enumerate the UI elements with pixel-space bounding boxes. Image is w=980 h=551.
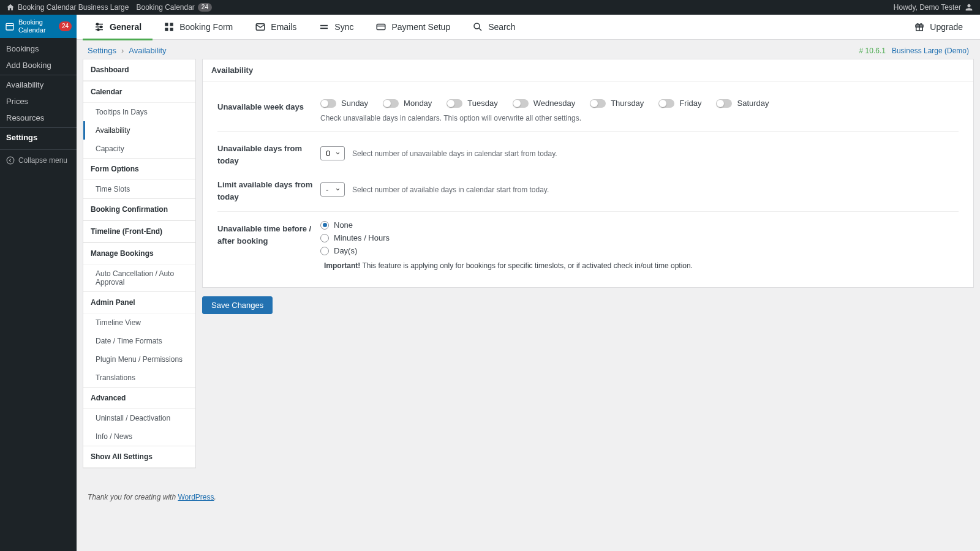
- site-link[interactable]: Booking Calendar Business Large: [6, 3, 129, 12]
- tab-booking-form[interactable]: Booking Form: [153, 15, 244, 40]
- toggle-wednesday[interactable]: Wednesday: [513, 99, 575, 108]
- collapse-icon: [6, 156, 15, 165]
- tab-payment[interactable]: Payment Setup: [364, 15, 461, 40]
- unavail-days-select[interactable]: 0: [320, 146, 345, 160]
- svg-point-7: [100, 26, 102, 28]
- svg-rect-11: [165, 28, 168, 31]
- tab-upgrade[interactable]: Upgrade: [903, 15, 974, 40]
- breadcrumb: Settings › Availability: [88, 46, 167, 55]
- plugin-name: Booking Calendar: [136, 3, 194, 12]
- nav-info-news[interactable]: Info / News: [83, 427, 195, 446]
- nav-booking-confirm[interactable]: Booking Confirmation: [83, 199, 195, 220]
- sidebar-item-availability[interactable]: Availability: [0, 77, 77, 93]
- collapse-menu[interactable]: Collapse menu: [0, 151, 77, 170]
- nav-availability[interactable]: Availability: [83, 121, 195, 140]
- sidebar-item-prices[interactable]: Prices: [0, 93, 77, 110]
- tab-sync[interactable]: Sync: [307, 15, 364, 40]
- toggle-sunday[interactable]: Sunday: [320, 99, 368, 108]
- svg-point-18: [474, 23, 480, 29]
- nav-date-formats[interactable]: Date / Time Formats: [83, 332, 195, 350]
- calendar-icon: [5, 21, 15, 31]
- sidebar-item-add-booking[interactable]: Add Booking: [0, 57, 77, 73]
- radio-minutes[interactable]: Minutes / Hours: [320, 233, 959, 242]
- svg-rect-9: [165, 23, 168, 26]
- limit-days-label: Limit available days from today: [217, 176, 320, 203]
- svg-point-2: [7, 157, 14, 165]
- search-icon: [472, 21, 483, 32]
- tab-general[interactable]: General: [83, 15, 153, 40]
- nav-show-all[interactable]: Show All Settings: [83, 446, 195, 468]
- breadcrumb-row: Settings › Availability # 10.6.1 Busines…: [77, 40, 980, 59]
- version-plan[interactable]: Business Large (Demo): [892, 47, 969, 55]
- nav-time-slots[interactable]: Time Slots: [83, 180, 195, 198]
- plugin-badge: 24: [198, 3, 212, 12]
- radio-none[interactable]: None: [320, 220, 959, 230]
- nav-auto-cancel[interactable]: Auto Cancellation / Auto Approval: [83, 264, 195, 291]
- tab-label: Emails: [271, 22, 296, 32]
- tabs-bar: General Booking Form Emails Sync Payment…: [77, 15, 980, 40]
- svg-rect-16: [377, 24, 386, 30]
- payment-icon: [375, 21, 386, 32]
- nav-admin-panel[interactable]: Admin Panel: [83, 292, 195, 313]
- radio-days[interactable]: Day(s): [320, 246, 959, 255]
- panel-title: Availability: [203, 59, 973, 81]
- tab-label: Upgrade: [930, 22, 963, 32]
- nav-calendar[interactable]: Calendar: [83, 81, 195, 103]
- form-icon: [164, 21, 175, 32]
- toggle-thursday[interactable]: Thursday: [590, 99, 644, 108]
- weekdays-label: Unavailable week days: [217, 99, 320, 113]
- plugin-link[interactable]: Booking Calendar 24: [136, 3, 212, 12]
- time-before-label: Unavailable time before / after booking: [217, 220, 320, 247]
- important-note: Important! This feature is applying only…: [320, 261, 959, 270]
- nav-uninstall[interactable]: Uninstall / Deactivation: [83, 409, 195, 427]
- nav-plugin-menu[interactable]: Plugin Menu / Permissions: [83, 350, 195, 369]
- toggle-saturday[interactable]: Saturday: [716, 99, 769, 108]
- chevron-right-icon: ›: [121, 46, 124, 55]
- unavail-days-label: Unavailable days from today: [217, 140, 320, 167]
- wp-sidebar: Booking Calendar 24 Bookings Add Booking…: [0, 15, 77, 514]
- nav-advanced[interactable]: Advanced: [83, 388, 195, 409]
- svg-point-8: [97, 29, 99, 31]
- svg-rect-0: [6, 24, 13, 31]
- nav-dashboard[interactable]: Dashboard: [83, 59, 195, 81]
- nav-capacity[interactable]: Capacity: [83, 140, 195, 158]
- gift-icon: [914, 21, 925, 32]
- email-icon: [255, 21, 266, 32]
- availability-panel: Availability Unavailable week days Sunda…: [202, 59, 974, 288]
- tab-label: Sync: [334, 22, 353, 32]
- tab-emails[interactable]: Emails: [244, 15, 307, 40]
- sidebar-plugin-label: Booking Calendar: [18, 18, 55, 34]
- breadcrumb-root[interactable]: Settings: [88, 46, 116, 55]
- nav-timeline-view[interactable]: Timeline View: [83, 313, 195, 332]
- sync-icon: [318, 21, 330, 32]
- settings-nav: Dashboard Calendar Tooltips In Days Avai…: [83, 59, 196, 468]
- tab-search[interactable]: Search: [461, 15, 526, 40]
- footer: Thank you for creating with WordPress.: [77, 481, 980, 514]
- toggle-friday[interactable]: Friday: [658, 99, 701, 108]
- user-icon: [964, 2, 974, 12]
- save-button[interactable]: Save Changes: [202, 296, 273, 314]
- unavail-days-help: Select number of unavailable days in cal…: [352, 149, 557, 158]
- tab-label: Payment Setup: [391, 22, 450, 32]
- sidebar-item-settings[interactable]: Settings: [0, 129, 77, 146]
- svg-rect-10: [170, 23, 173, 26]
- limit-days-help: Select number of available days in calen…: [352, 186, 549, 194]
- nav-form-options[interactable]: Form Options: [83, 159, 195, 180]
- svg-rect-12: [170, 28, 173, 31]
- sidebar-item-resources[interactable]: Resources: [0, 110, 77, 126]
- limit-days-select[interactable]: -: [320, 182, 345, 197]
- toggle-tuesday[interactable]: Tuesday: [447, 99, 497, 108]
- nav-manage-bookings[interactable]: Manage Bookings: [83, 243, 195, 264]
- wordpress-link[interactable]: WordPress: [178, 493, 214, 501]
- nav-tooltips[interactable]: Tooltips In Days: [83, 103, 195, 121]
- nav-translations[interactable]: Translations: [83, 369, 195, 387]
- sidebar-item-bookings[interactable]: Bookings: [0, 40, 77, 57]
- svg-line-19: [479, 28, 481, 31]
- sidebar-plugin-header[interactable]: Booking Calendar 24: [0, 15, 77, 38]
- admin-bar: Booking Calendar Business Large Booking …: [0, 0, 980, 15]
- howdy-text: Howdy, Demo Tester: [894, 3, 961, 12]
- nav-timeline-fe[interactable]: Timeline (Front-End): [83, 221, 195, 242]
- howdy-link[interactable]: Howdy, Demo Tester: [894, 2, 974, 12]
- toggle-monday[interactable]: Monday: [383, 99, 432, 108]
- breadcrumb-current[interactable]: Availability: [129, 46, 166, 55]
